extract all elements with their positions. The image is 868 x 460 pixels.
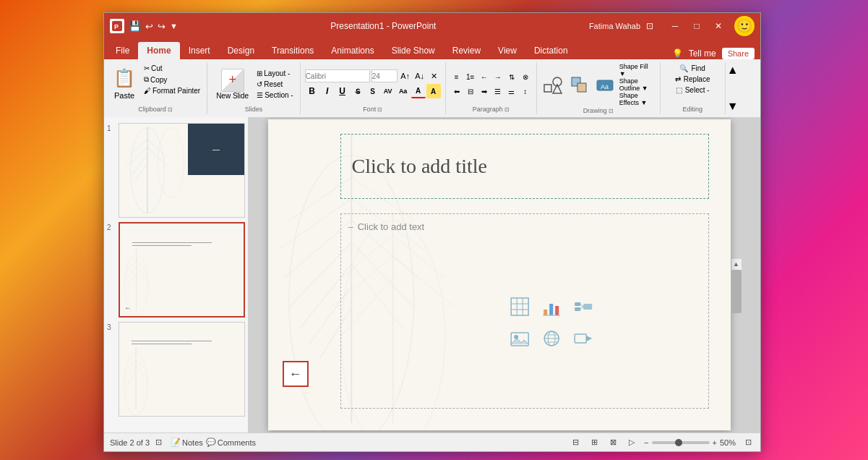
change-case-button[interactable]: Aa [396,84,411,98]
slide-item-3[interactable]: 3 [107,322,245,417]
window-options-icon[interactable]: ⊡ [646,21,653,31]
tab-insert[interactable]: Insert [180,42,219,59]
clipboard-expand-icon[interactable]: ⊡ [168,106,173,113]
tab-design[interactable]: Design [219,42,263,59]
customize-icon[interactable]: ▼ [170,22,178,30]
font-size-select[interactable] [371,69,398,82]
tab-review[interactable]: Review [444,42,489,59]
quick-styles-button[interactable]: Aa [593,73,616,96]
reading-view-button[interactable]: ⊠ [606,436,619,449]
layout-button[interactable]: ⊞ Layout - [254,69,295,78]
tab-animations[interactable]: Animations [322,42,382,59]
save-icon[interactable]: 💾 [129,20,141,32]
section-button[interactable]: ☰ Section - [254,90,295,100]
paragraph-expand-icon[interactable]: ⊡ [504,106,510,113]
font-color-button[interactable]: A [411,84,426,98]
select-button[interactable]: ⬚ Select - [674,85,712,95]
back-arrow-button[interactable]: ← [283,361,309,387]
align-center-button[interactable]: ⊟ [464,85,477,98]
scroll-thumb[interactable] [731,270,742,313]
arrange-button[interactable] [567,73,590,96]
reset-button[interactable]: ↺ Reset [254,80,295,89]
slide-thumb-2[interactable]: ← [119,222,245,317]
scrollbar-right[interactable]: ▲ ▲ ▼ [731,259,742,291]
line-spacing-button[interactable]: ↕ [519,85,532,98]
font-clear-button[interactable]: ✕ [428,69,441,82]
paste-button[interactable]: 📋 Paste [108,64,140,104]
text-direction-button[interactable]: ⇅ [505,70,518,83]
share-button[interactable]: Share [722,48,755,59]
shapes-button[interactable] [541,73,564,96]
indent-more-button[interactable]: → [491,70,504,83]
ribbon-scroll[interactable]: ▲ ▼ [726,62,740,114]
shape-effects-button[interactable]: Shape Effects ▼ [619,93,656,106]
insert-video-icon[interactable] [570,325,596,352]
bold-button[interactable]: B [305,84,319,98]
copy-button[interactable]: ⧉ Copy [142,74,202,85]
indent-less-button[interactable]: ← [478,70,491,83]
notes-view-icon[interactable]: ⊡ [155,438,162,447]
slide-thumb-3[interactable] [119,322,245,417]
insert-online-pic-icon[interactable] [538,325,564,352]
convert-smartart-button[interactable]: ⊗ [519,70,532,83]
col-button[interactable]: ⚌ [505,85,518,98]
new-slide-button[interactable]: + New Slide [212,67,253,101]
slide-canvas[interactable]: Click to add title – Click to add text [268,119,731,430]
zoom-in-icon[interactable]: + [713,438,717,447]
char-spacing-button[interactable]: AV [381,84,395,98]
redo-icon[interactable]: ↪ [158,21,166,32]
normal-view-button[interactable]: ⊟ [569,436,582,449]
content-placeholder[interactable]: – Click to add text [340,213,709,409]
close-button[interactable]: ✕ [708,18,729,34]
tab-file[interactable]: File [107,42,138,59]
comments-button[interactable]: 💬 Comments [206,438,256,447]
minimize-button[interactable]: ─ [665,18,685,34]
font-name-select[interactable] [305,69,370,82]
insert-picture-icon[interactable] [507,325,533,352]
slide-item-1[interactable]: 1 [107,123,245,218]
undo-icon[interactable]: ↩ [145,21,153,32]
shape-outline-button[interactable]: Shape Outline ▼ [619,78,656,91]
bullets-button[interactable]: ≡ [450,70,463,83]
replace-button[interactable]: ⇄ Replace [673,74,713,84]
highlight-button[interactable]: A [426,84,441,98]
insert-smartart-icon[interactable] [570,294,596,320]
slide-sorter-button[interactable]: ⊞ [588,436,601,449]
fit-slide-button[interactable]: ⊡ [742,436,755,449]
font-increase-button[interactable]: A↑ [399,69,412,82]
numbering-button[interactable]: 1≡ [464,70,477,83]
zoom-control[interactable]: − + 50% [644,438,736,447]
underline-button[interactable]: U [335,84,350,98]
title-placeholder[interactable]: Click to add title [340,134,709,199]
shadow-button[interactable]: S [366,84,380,98]
font-decrease-button[interactable]: A↓ [413,69,426,82]
insert-chart-icon[interactable] [538,294,564,320]
zoom-slider-track[interactable] [652,441,710,444]
justify-button[interactable]: ☰ [491,85,504,98]
shape-fill-button[interactable]: Shape Fill ▼ [619,64,656,77]
notes-button[interactable]: 📝 Notes [171,438,203,447]
cut-button[interactable]: ✂ Cut [142,64,202,73]
italic-button[interactable]: I [320,84,335,98]
scroll-up-arrow[interactable]: ▲ [731,259,742,270]
tab-dictation[interactable]: Dictation [525,42,577,59]
zoom-slider-thumb[interactable] [675,439,682,446]
tab-view[interactable]: View [489,42,525,59]
align-right-button[interactable]: ➡ [478,85,491,98]
format-painter-button[interactable]: 🖌 Format Painter [142,86,202,95]
zoom-out-icon[interactable]: − [644,438,648,447]
insert-table-icon[interactable] [507,294,533,320]
slide-thumb-1[interactable]: — [119,123,245,218]
maximize-button[interactable]: □ [687,18,707,34]
font-expand-icon[interactable]: ⊡ [377,106,382,113]
drawing-expand-icon[interactable]: ⊡ [609,108,614,114]
tab-home[interactable]: Home [138,42,179,59]
find-button[interactable]: 🔍 Find [677,64,707,73]
tab-transitions[interactable]: Transitions [263,42,322,59]
slide-show-button[interactable]: ▷ [625,436,638,449]
strikethrough-button[interactable]: S̶ [351,84,365,98]
tell-me-label[interactable]: Tell me [689,48,716,59]
tab-slideshow[interactable]: Slide Show [383,42,444,59]
align-left-button[interactable]: ⬅ [450,85,463,98]
slide-item-2[interactable]: 2 [107,222,245,317]
